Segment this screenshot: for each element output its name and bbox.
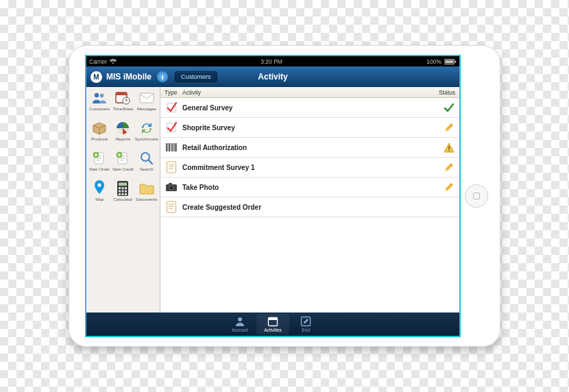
table-body: General SurveyShoprite SurveyRetail Auth… [160,98,459,217]
svg-rect-37 [448,146,450,149]
toolbar-item-end[interactable]: End [289,314,322,334]
calendar-icon [267,316,278,327]
battery-icon [444,59,457,64]
pencil-icon [443,162,455,173]
sidebar-item-label: New Order [89,167,110,171]
col-header-activity: Activity [182,89,428,96]
svg-rect-38 [448,150,450,151]
table-row[interactable]: General Survey [160,98,459,118]
sidebar-item-label: Documents [136,197,157,201]
sidebar-item-label: Messages [137,107,156,111]
folder-icon [138,180,155,197]
table-row[interactable]: Take Photo [160,177,459,197]
sidebar-item-label: New Credit [112,167,134,171]
sidebar-item-synchronize[interactable]: Synchronize [135,120,158,149]
sidebar-item-label: Customers [89,107,110,111]
svg-rect-35 [175,143,176,151]
svg-rect-29 [166,143,167,151]
sidebar-item-calculator[interactable]: Calculator [111,180,134,209]
svg-rect-1 [445,60,453,62]
home-button[interactable] [465,184,488,208]
table-row[interactable]: Retail Authorization [160,138,459,158]
activity-name: Shoprite Survey [182,124,439,132]
sidebar-item-timesheet[interactable]: TimeSheet [111,90,134,119]
sidebar-item-new-order[interactable]: New Order [88,150,111,179]
new-credit-icon [114,150,131,167]
svg-rect-39 [167,162,176,173]
svg-rect-19 [122,187,124,189]
activity-panel: Type Activity Status General SurveyShopr… [160,87,459,313]
col-header-type: Type [165,89,182,96]
activity-name: Take Photo [182,184,439,191]
svg-rect-34 [173,143,174,151]
checkbox-red-icon [165,121,178,134]
svg-rect-31 [169,143,170,151]
toolbar-item-activities[interactable]: Activities [256,314,289,334]
pencil-icon [443,122,455,133]
calendar-clock-icon [114,90,131,106]
svg-rect-32 [171,143,171,151]
sidebar-item-label: Calculator [114,197,133,201]
table-row[interactable]: Shoprite Survey [160,118,459,138]
toolbar-item-label: End [302,328,310,332]
envelope-icon [138,90,155,106]
brand-logo-icon: M [90,71,102,83]
info-icon[interactable]: i [157,71,168,82]
sidebar-item-search[interactable]: Search [135,150,158,179]
sidebar-item-messages[interactable]: Messages [135,90,158,119]
breadcrumb-customers-button[interactable]: Customers [175,71,217,82]
svg-rect-21 [119,191,121,193]
svg-rect-36 [176,143,177,151]
pin-icon [91,180,108,197]
battery-label: 100% [426,58,441,65]
search-icon [138,150,155,167]
warning-icon [443,143,455,153]
note-icon [165,201,178,213]
app-title: MIS iMobile [106,72,152,82]
tablet-frame: Carrier 3:20 PM 100% M MIS iMobile i Cus… [69,45,500,347]
svg-rect-8 [140,93,154,103]
pencil-icon [443,182,455,193]
sidebar-item-label: Search [140,167,154,171]
svg-rect-24 [119,193,121,195]
table-row[interactable]: Commitment Survey 1 [160,158,459,177]
svg-point-42 [169,186,173,190]
svg-rect-43 [167,201,176,212]
activity-name: General Survey [182,104,439,112]
sidebar-item-products[interactable]: Products [88,120,111,149]
sidebar-item-map[interactable]: Map [88,180,111,209]
wifi-icon [110,59,117,64]
activity-name: Commitment Survey 1 [182,164,439,171]
toolbar-item-account[interactable]: Account [223,314,256,334]
box-icon [91,120,108,136]
svg-rect-22 [122,191,124,193]
calculator-icon [114,180,131,197]
svg-rect-33 [172,143,173,151]
sidebar-item-documents[interactable]: Documents [135,180,158,209]
svg-rect-18 [119,187,121,189]
sidebar: CustomersTimeSheetMessagesProductsReport… [86,87,160,313]
sidebar-item-reports[interactable]: Reports [111,120,134,149]
svg-rect-30 [167,143,168,151]
barcode-icon [165,143,178,152]
activity-name: Retail Authorization [182,144,439,151]
sidebar-item-new-credit[interactable]: New Credit [111,150,134,179]
check-green-icon [443,102,455,113]
sidebar-item-label: Synchronize [135,137,158,141]
content-area: CustomersTimeSheetMessagesProductsReport… [86,87,459,313]
sidebar-item-customers[interactable]: Customers [88,90,111,119]
screen: Carrier 3:20 PM 100% M MIS iMobile i Cus… [86,56,459,336]
col-header-status: Status [428,89,455,96]
piechart-icon [114,120,131,136]
people-icon [91,90,108,106]
edit-icon [300,316,311,327]
svg-point-4 [100,94,104,98]
new-order-icon [91,150,108,167]
nav-bar: M MIS iMobile i Customers Activity [86,66,459,87]
checkbox-red-icon [165,101,178,114]
table-row[interactable]: Create Suggested Order [160,197,459,217]
toolbar-item-label: Account [232,328,248,332]
sidebar-item-label: TimeSheet [113,107,134,111]
svg-point-44 [238,317,242,321]
toolbar-item-label: Activities [264,328,282,332]
